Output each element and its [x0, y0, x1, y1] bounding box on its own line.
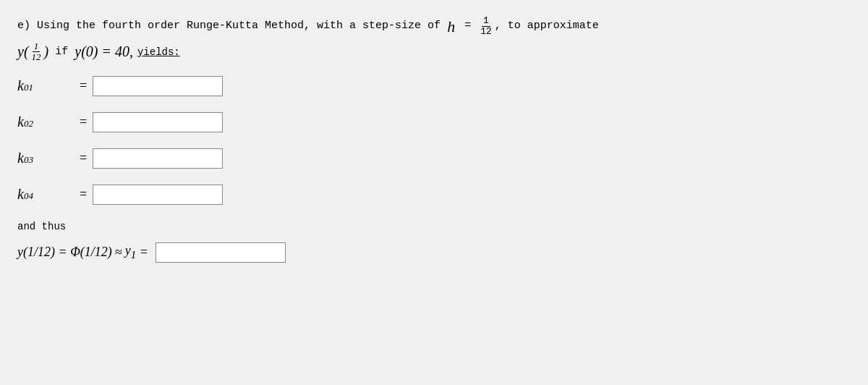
y-frac-num: 1: [33, 41, 41, 52]
yields-label: yields:: [137, 46, 180, 58]
comma-suffix: ,: [495, 18, 508, 35]
final-y1-sub: 1: [131, 249, 137, 261]
k01-input[interactable]: [93, 76, 223, 96]
to-approximate-text: to approximate: [508, 18, 599, 35]
equals-40: = 40,: [98, 43, 133, 60]
k04-equals: =: [80, 187, 87, 202]
k04-label: k04: [17, 186, 75, 203]
k02-input[interactable]: [93, 112, 223, 132]
k03-equals: =: [80, 151, 87, 166]
k03-k: k: [17, 150, 24, 166]
problem-statement: e) Using the fourth order Runge-Kutta Me…: [17, 14, 851, 38]
k03-input[interactable]: [93, 148, 223, 169]
y-function: y: [17, 43, 24, 60]
y-argument-fraction: 1 12: [30, 41, 43, 63]
final-phi: Φ(1/12): [70, 245, 112, 260]
k01-label: k01: [17, 77, 75, 94]
y-paren-close: ): [44, 43, 49, 60]
k04-input[interactable]: [93, 185, 223, 205]
if-text: if: [48, 46, 75, 58]
k01-row: k01 =: [17, 76, 851, 96]
k04-k: k: [17, 186, 24, 203]
k03-sub: 03: [24, 154, 33, 166]
k03-label: k03: [17, 150, 75, 166]
k02-k: k: [17, 114, 24, 130]
k01-equals: =: [80, 78, 87, 93]
h-variable: h: [447, 14, 455, 38]
y-frac-den: 12: [30, 52, 43, 62]
k02-equals: =: [80, 114, 87, 130]
final-row: y(1/12) = Φ(1/12) ≈ y1 =: [17, 242, 851, 263]
k02-sub: 02: [24, 118, 33, 130]
problem-prefix: e) Using the fourth order Runge-Kutta Me…: [17, 18, 441, 35]
final-equals2: =: [136, 245, 151, 260]
final-y1: y1: [125, 243, 137, 261]
fraction-denominator: 12: [479, 27, 493, 37]
k01-k: k: [17, 77, 24, 94]
k03-row: k03 =: [17, 148, 851, 169]
and-thus-text: and thus: [17, 221, 851, 232]
k04-row: k04 =: [17, 185, 851, 205]
line2-expression: y ( 1 12 ) if y(0) = 40, yields:: [17, 41, 851, 63]
y0-expr: y(0): [75, 43, 98, 60]
k04-sub: 04: [24, 190, 33, 202]
approx-symbol: ≈: [115, 245, 122, 260]
final-answer-input[interactable]: [156, 242, 286, 263]
page-container: e) Using the fourth order Runge-Kutta Me…: [14, 9, 854, 268]
fraction-numerator: 1: [482, 16, 490, 27]
y-paren-open: (: [24, 43, 29, 60]
equals-sign-1: =: [458, 18, 477, 35]
k02-row: k02 =: [17, 112, 851, 132]
step-size-fraction: 1 12: [479, 16, 493, 38]
final-lhs: y(1/12): [17, 245, 55, 260]
k01-sub: 01: [24, 82, 33, 93]
k02-label: k02: [17, 114, 75, 130]
final-equals1: =: [55, 245, 70, 260]
